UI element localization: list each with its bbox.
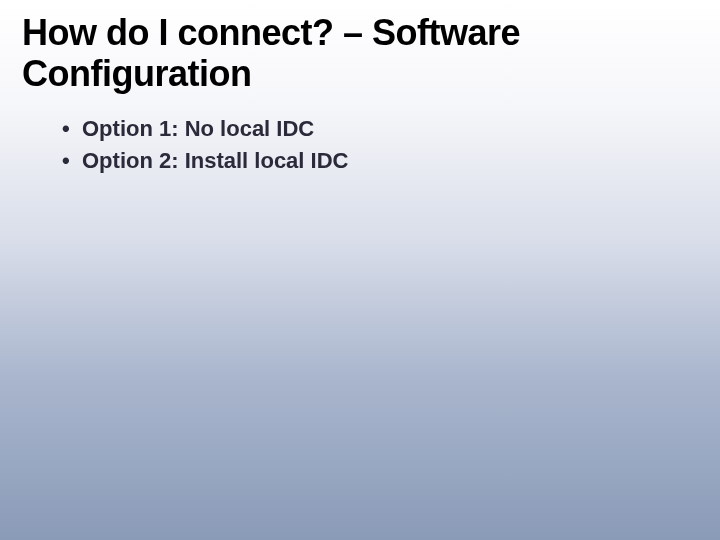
list-item: Option 2: Install local IDC xyxy=(62,145,698,177)
bullet-list: Option 1: No local IDC Option 2: Install… xyxy=(22,113,698,177)
slide-title: How do I connect? – Software Configurati… xyxy=(22,12,698,95)
slide-container: How do I connect? – Software Configurati… xyxy=(0,0,720,189)
list-item: Option 1: No local IDC xyxy=(62,113,698,145)
